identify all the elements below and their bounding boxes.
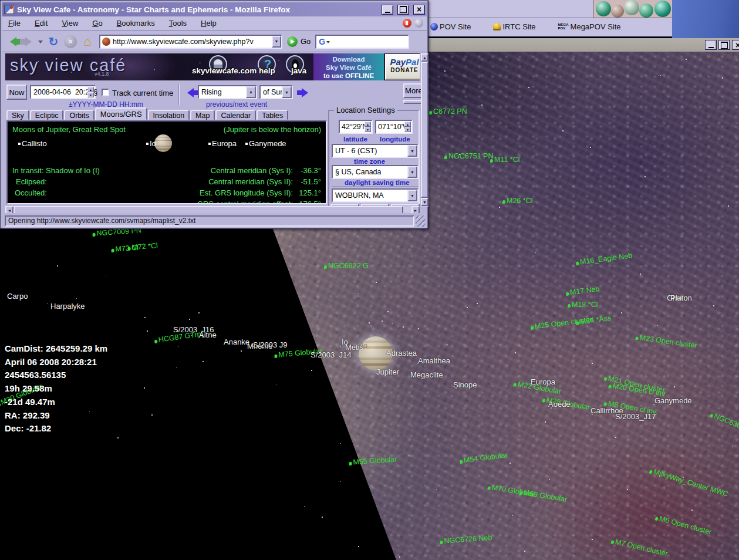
vertical-scrollbar[interactable] [421, 53, 428, 207]
latitude-spinner[interactable] [365, 122, 371, 132]
menu-view[interactable]: View [62, 19, 78, 28]
moon-label-callisto: Callisto [18, 139, 47, 148]
event-type-select[interactable]: Rising [198, 85, 257, 99]
spin-down-icon[interactable] [365, 127, 371, 132]
back-button[interactable] [5, 37, 16, 46]
navigation-toolbar: http://www.skyviewcafe.com/skyview.php?v… [2, 31, 427, 52]
site-banner: sky view café v4.1.8 skyviewcafe.com hel… [5, 53, 420, 80]
maximize-button[interactable] [397, 5, 409, 15]
longitude-field[interactable]: 071°10'W [375, 120, 413, 134]
tab-sky[interactable]: Sky [6, 110, 29, 120]
fieldset-title: Location Settings [334, 106, 397, 114]
tab-ecliptic[interactable]: Ecliptic [30, 110, 64, 120]
paypal-pay: Pay [390, 57, 406, 67]
scroll-down-icon[interactable] [421, 198, 428, 206]
go-button[interactable] [287, 36, 298, 47]
menu-help[interactable]: Help [201, 19, 217, 28]
firefox-window: Sky View Cafe - Astronomy - Star Charts … [0, 0, 428, 229]
paypal-donate-button[interactable]: PayPal DONATE [385, 54, 420, 80]
render-thumbnail [593, 0, 672, 18]
menu-edit[interactable]: Edit [35, 19, 48, 28]
spin-up-icon[interactable] [365, 122, 371, 127]
tab-moons-grs[interactable]: Moons/GRS [95, 107, 147, 120]
spin-down-icon[interactable] [404, 127, 411, 132]
menu-tools[interactable]: Tools [169, 19, 187, 28]
sphere-image [624, 0, 639, 15]
search-input[interactable]: G [315, 35, 409, 49]
next-event-button[interactable] [296, 88, 308, 97]
reload-button[interactable] [45, 35, 62, 49]
previous-event-button[interactable] [183, 88, 194, 97]
bookmark-pov-site[interactable]: POV Site [430, 22, 471, 31]
longitude-label: longitude [380, 136, 410, 143]
datetime-input[interactable]: 2008-04-06 20:28§ [30, 85, 96, 99]
go-label[interactable]: Go [301, 37, 311, 46]
forward-dropdown-icon[interactable] [38, 41, 43, 46]
track-time-label: Track current time [112, 89, 173, 97]
menu-bookmarks[interactable]: Bookmarks [117, 19, 155, 28]
address-input[interactable]: http://www.skyviewcafe.com/skyview.php?v [113, 38, 269, 46]
spin-up-icon[interactable] [404, 122, 411, 127]
bookmark-irtc-site[interactable]: IRTC Site [493, 22, 535, 31]
longitude-spinner[interactable] [404, 122, 411, 132]
meridian-value: -51.5° [293, 177, 321, 186]
moon-label-europa: Europa [208, 139, 237, 148]
sphere-image [611, 5, 624, 18]
sphere-image [654, 1, 671, 17]
dst-select[interactable]: § US, Canada [332, 165, 419, 179]
address-bar[interactable]: http://www.skyviewcafe.com/skyview.php?v [99, 35, 282, 49]
now-button[interactable]: Now [6, 85, 27, 100]
meridian-label: GRS central meridian offset: [197, 200, 293, 204]
spin-up-icon[interactable] [87, 87, 94, 92]
bookmark-label: IRTC Site [502, 22, 535, 31]
datetime-spinner[interactable] [87, 87, 94, 97]
home-button[interactable] [79, 34, 96, 49]
moon-label-ganymede: Ganymede [245, 139, 286, 148]
paypal-pal: Pal [406, 57, 419, 67]
spin-down-icon[interactable] [87, 92, 94, 97]
menu-go[interactable]: Go [92, 19, 102, 28]
download-offline-link[interactable]: Download Sky View Café to use OFFLINE [313, 53, 384, 80]
chevron-down-icon[interactable] [282, 86, 292, 98]
tab-calendar[interactable]: Calendar [215, 110, 256, 120]
resize-grip[interactable] [416, 215, 425, 227]
forward-button[interactable] [25, 37, 36, 46]
address-dropdown-icon[interactable] [272, 36, 281, 48]
menu-file[interactable]: File [8, 19, 21, 28]
tab-orbits[interactable]: Orbits [64, 110, 94, 120]
close-button[interactable] [413, 5, 425, 15]
timezone-value: UT - 6 (CST) [335, 147, 377, 155]
background-window: POV SiteIRTC SiteMEGA POVMegaPOV Site [426, 0, 672, 37]
maximize-button[interactable] [718, 40, 730, 50]
site-link[interactable]: skyviewcafe.com [192, 66, 257, 75]
scrollbar-thumb[interactable] [421, 62, 428, 198]
title-bar[interactable]: Sky View Cafe - Astronomy - Star Charts … [2, 2, 427, 16]
tab-map[interactable]: Map [190, 110, 215, 120]
window-title: Sky View Cafe - Astronomy - Star Charts … [17, 5, 377, 14]
latitude-field[interactable]: 42°29'N [339, 120, 373, 134]
google-icon: G [319, 37, 325, 46]
chevron-down-icon[interactable] [407, 145, 417, 157]
scroll-up-icon[interactable] [421, 53, 428, 62]
bookmark-megapov-site[interactable]: MEGA POVMegaPOV Site [558, 22, 621, 31]
update-notification-icon[interactable] [403, 19, 411, 28]
bookmark-label: MegaPOV Site [571, 22, 621, 31]
city-select[interactable]: WOBURN, MA [332, 188, 419, 203]
meridian-row: Central meridian (Sys II):-51.5° [208, 177, 321, 186]
minimize-button[interactable] [382, 5, 393, 15]
chevron-down-icon[interactable] [407, 190, 417, 201]
tab-tables[interactable]: Tables [257, 110, 288, 120]
track-time-checkbox[interactable] [102, 89, 109, 96]
help-link[interactable]: help [259, 66, 275, 75]
location-settings: Location Settings 42°29'N 071°10'W latit… [328, 110, 420, 210]
close-button[interactable] [732, 40, 739, 50]
chevron-down-icon[interactable] [246, 86, 256, 98]
timezone-select[interactable]: UT - 6 (CST) [332, 144, 419, 158]
java-link[interactable]: java [291, 66, 306, 75]
event-body-select[interactable]: of Sun [259, 85, 293, 99]
search-engine-dropdown-icon[interactable] [326, 41, 330, 45]
stop-button[interactable] [64, 35, 77, 48]
chevron-down-icon[interactable] [407, 166, 417, 178]
minimize-button[interactable] [705, 40, 717, 50]
tab-insolation[interactable]: Insolation [148, 110, 190, 120]
